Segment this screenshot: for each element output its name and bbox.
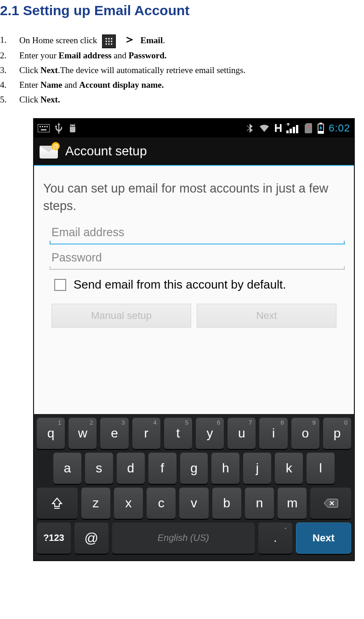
password-field-wrap: Password <box>43 246 345 270</box>
svg-rect-21 <box>293 127 295 133</box>
step-5: 5. Click Next. <box>0 92 364 107</box>
usb-icon <box>55 123 63 134</box>
key-b[interactable]: b <box>212 488 241 519</box>
svg-point-18 <box>74 125 74 126</box>
step-1: 1. On Home screen click ＞ Email. <box>0 32 364 48</box>
step-number: 2. <box>0 48 19 63</box>
default-account-checkbox[interactable] <box>54 279 66 291</box>
svg-rect-13 <box>46 126 48 127</box>
svg-point-6 <box>106 43 107 45</box>
key-h[interactable]: h <box>211 453 239 484</box>
svg-point-3 <box>106 40 107 42</box>
step-number: 3. <box>0 63 19 78</box>
default-account-label: Send email from this account by default. <box>74 277 286 292</box>
svg-point-2 <box>111 38 112 39</box>
key-q[interactable]: 1q <box>37 418 65 449</box>
key-u[interactable]: 7u <box>228 418 256 449</box>
key-a[interactable]: a <box>53 453 81 484</box>
chevron-right-icon: ＞ <box>124 33 136 46</box>
shift-key[interactable] <box>37 488 78 519</box>
status-clock: 6:02 <box>329 122 350 134</box>
key-d[interactable]: d <box>117 453 145 484</box>
instruction-list: 1. On Home screen click ＞ Email. 2. Ente… <box>0 32 364 107</box>
email-field-wrap: Email address <box>43 221 345 244</box>
svg-rect-20 <box>290 129 292 133</box>
step-3: 3. Click Next.The device will automatica… <box>0 63 364 78</box>
svg-rect-14 <box>41 129 46 131</box>
svg-point-17 <box>71 125 72 126</box>
status-bar: H × 6:02 <box>34 119 354 137</box>
step-number: 5. <box>0 92 19 107</box>
email-field[interactable]: Email address <box>50 221 345 244</box>
key-j[interactable]: j <box>243 453 271 484</box>
android-screenshot: H × 6:02 @ Account setup <box>33 118 355 561</box>
email-app-icon: @ <box>40 144 58 159</box>
step-4: 4. Enter Name and Account display name. <box>0 78 364 92</box>
key-v[interactable]: v <box>179 488 208 519</box>
key-w[interactable]: 2w <box>68 418 97 449</box>
key-i[interactable]: 8i <box>259 418 287 449</box>
svg-rect-11 <box>42 126 43 127</box>
key-t[interactable]: 5t <box>164 418 192 449</box>
key-n[interactable]: n <box>245 488 274 519</box>
apps-grid-icon <box>102 34 116 48</box>
period-key[interactable]: -. <box>258 522 292 554</box>
svg-rect-26 <box>318 131 324 134</box>
app-header-title: Account setup <box>65 144 147 159</box>
svg-rect-10 <box>40 126 41 127</box>
key-z[interactable]: z <box>81 488 110 519</box>
space-key[interactable]: English (US) <box>112 522 255 554</box>
key-s[interactable]: s <box>85 453 113 484</box>
key-g[interactable]: g <box>180 453 208 484</box>
step-text: On Home screen click ＞ Email. <box>19 32 165 48</box>
step-text: Click Next.The device will automatically… <box>19 63 245 78</box>
section-heading: 2.1 Setting up Email Account <box>0 3 364 18</box>
svg-text:×: × <box>307 124 311 130</box>
step-text: Click Next. <box>19 92 60 107</box>
key-x[interactable]: x <box>114 488 143 519</box>
svg-rect-9 <box>38 124 50 132</box>
app-header: @ Account setup <box>34 137 354 166</box>
step-number: 1. <box>0 33 19 47</box>
key-r[interactable]: 4r <box>132 418 160 449</box>
wifi-icon <box>259 124 270 133</box>
battery-charging-icon <box>318 123 324 134</box>
step-2: 2. Enter your Email address and Password… <box>0 48 364 63</box>
svg-rect-22 <box>296 125 298 133</box>
key-y[interactable]: 6y <box>196 418 224 449</box>
setup-instruction-text: You can set up email for most accounts i… <box>43 180 345 215</box>
key-l[interactable]: l <box>307 453 335 484</box>
svg-rect-19 <box>286 131 289 133</box>
next-button[interactable]: Next <box>197 304 336 328</box>
key-m[interactable]: m <box>278 488 307 519</box>
key-e[interactable]: 3e <box>100 418 128 449</box>
default-account-row: Send email from this account by default. <box>43 271 345 295</box>
keyboard-notification-icon <box>38 124 50 132</box>
svg-point-7 <box>108 43 109 45</box>
at-key[interactable]: @ <box>74 522 108 554</box>
svg-point-5 <box>111 40 112 42</box>
onscreen-keyboard: 1q2w3e4r5t6y7u8i9o0p asdfghjkl zxcvbnm ?… <box>34 414 354 560</box>
svg-point-0 <box>106 38 107 39</box>
key-c[interactable]: c <box>147 488 176 519</box>
no-sim-icon: × <box>305 123 313 133</box>
svg-point-8 <box>111 43 112 45</box>
backspace-key[interactable] <box>310 488 351 519</box>
key-f[interactable]: f <box>148 453 176 484</box>
symbols-key[interactable]: ?123 <box>37 522 71 554</box>
account-setup-body: You can set up email for most accounts i… <box>34 166 354 414</box>
svg-point-1 <box>108 38 109 39</box>
step-number: 4. <box>0 78 19 92</box>
keyboard-next-key[interactable]: Next <box>296 522 351 554</box>
step-text: Enter your Email address and Password. <box>19 48 167 63</box>
bluetooth-icon <box>246 123 254 134</box>
manual-setup-button[interactable]: Manual setup <box>51 304 191 328</box>
key-k[interactable]: k <box>275 453 303 484</box>
signal-icon <box>286 123 300 133</box>
key-p[interactable]: 0p <box>323 418 351 449</box>
password-field[interactable]: Password <box>50 246 345 270</box>
svg-point-4 <box>108 40 109 42</box>
android-debug-icon <box>68 123 77 133</box>
step-text: Enter Name and Account display name. <box>19 78 164 92</box>
key-o[interactable]: 9o <box>291 418 319 449</box>
